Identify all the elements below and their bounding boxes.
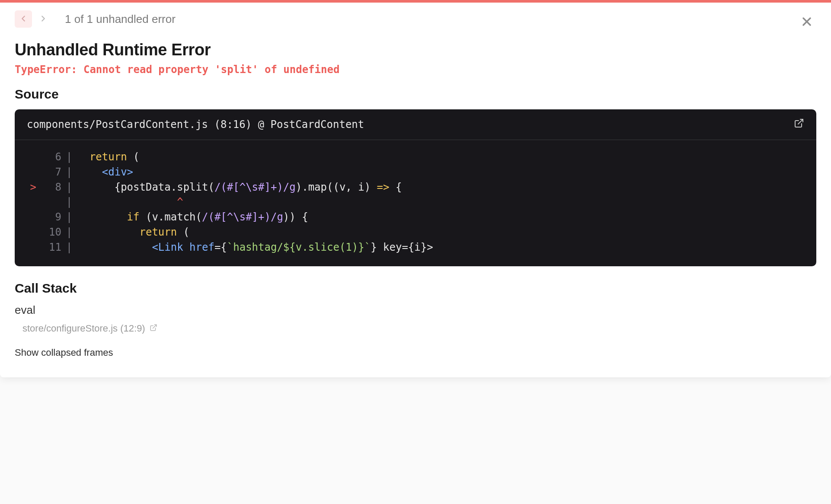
open-in-editor-button[interactable] bbox=[794, 118, 804, 131]
code-line: 6| return ( bbox=[15, 150, 816, 165]
arrow-left-icon bbox=[19, 14, 28, 25]
code-line: 9| if (v.match(/(#[^\s#]+)/g)) { bbox=[15, 210, 816, 225]
show-collapsed-frames-button[interactable]: Show collapsed frames bbox=[15, 345, 113, 360]
svg-line-2 bbox=[798, 119, 803, 124]
close-button[interactable] bbox=[797, 12, 816, 32]
stack-frame-fn: eval bbox=[15, 303, 816, 317]
error-title: Unhandled Runtime Error bbox=[15, 41, 816, 59]
error-nav bbox=[15, 10, 52, 28]
error-overlay: 1 of 1 unhandled error Unhandled Runtime… bbox=[0, 0, 831, 377]
overlay-body: Unhandled Runtime Error TypeError: Canno… bbox=[0, 32, 831, 360]
stack-frame-location[interactable]: store/configureStore.js (12:9) bbox=[22, 323, 816, 334]
code-caret: | ^ bbox=[15, 195, 816, 210]
code-line: 11| <Link href={`hashtag/${v.slice(1)}`}… bbox=[15, 240, 816, 255]
code-line: 10| return ( bbox=[15, 225, 816, 240]
next-error-button[interactable] bbox=[35, 10, 52, 28]
source-codebox: components/PostCardContent.js (8:16) @ P… bbox=[15, 109, 816, 266]
source-location-bar: components/PostCardContent.js (8:16) @ P… bbox=[15, 109, 816, 140]
code-line: 7| <div> bbox=[15, 165, 816, 180]
svg-line-3 bbox=[153, 325, 156, 328]
arrow-right-icon bbox=[38, 14, 48, 25]
source-location: components/PostCardContent.js (8:16) @ P… bbox=[27, 118, 364, 131]
close-icon bbox=[800, 23, 814, 30]
error-counter: 1 of 1 unhandled error bbox=[65, 13, 176, 26]
overlay-header: 1 of 1 unhandled error bbox=[0, 3, 831, 32]
source-code: 6| return ( 7| <div> >8| {postData.split… bbox=[15, 140, 816, 266]
prev-error-button[interactable] bbox=[15, 10, 32, 28]
code-line-error: >8| {postData.split(/(#[^\s#]+)/g).map((… bbox=[15, 180, 816, 195]
source-heading: Source bbox=[15, 87, 816, 102]
external-link-icon bbox=[794, 119, 804, 131]
call-stack-heading: Call Stack bbox=[15, 281, 816, 296]
stack-frame-location-text: store/configureStore.js (12:9) bbox=[22, 323, 145, 334]
external-link-icon bbox=[150, 323, 157, 334]
error-message: TypeError: Cannot read property 'split' … bbox=[15, 64, 816, 76]
